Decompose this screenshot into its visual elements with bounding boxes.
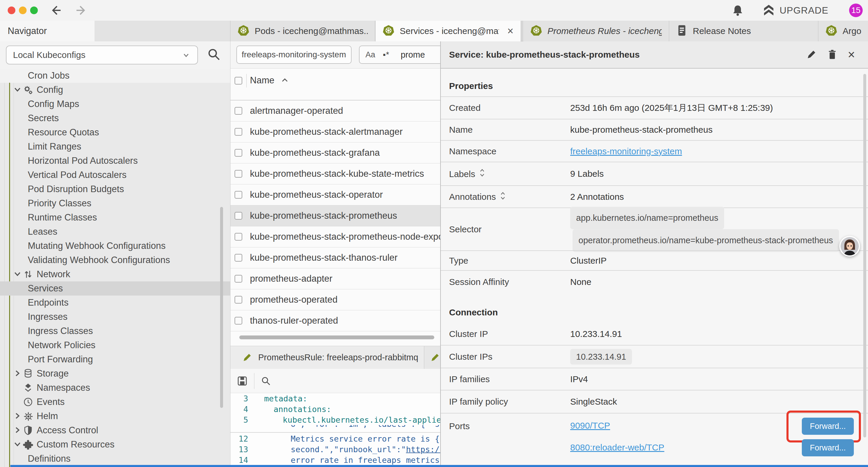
sidebar-item-config[interactable]: Config — [0, 83, 230, 97]
traffic-light-minimize-icon[interactable] — [19, 6, 27, 14]
tab-close-icon[interactable]: × — [507, 26, 514, 36]
table-row-kube-prometheus-stack-grafana[interactable]: kube-prometheus-stack-grafana — [230, 143, 440, 164]
sidebar-item-cron-jobs[interactable]: Cron Jobs — [0, 68, 230, 83]
section-heading-properties: Properties — [441, 69, 868, 96]
select-all-checkbox[interactable] — [235, 77, 242, 85]
chevron-down-icon[interactable] — [13, 85, 22, 96]
sidebar-item-namespaces[interactable]: Namespaces — [0, 381, 230, 395]
table-row-kube-prometheus-stack-alertmanager[interactable]: kube-prometheus-stack-alertmanager — [230, 121, 440, 143]
avatar[interactable] — [839, 236, 860, 257]
sidebar-item-network[interactable]: Network — [0, 267, 230, 282]
sidebar-item-validating-webhook-configurations[interactable]: Validating Webhook Configurations — [0, 253, 230, 267]
editor-tab-next[interactable] — [424, 346, 440, 369]
sidebar-item-ingresses[interactable]: Ingresses — [0, 310, 230, 324]
tab-pods-icecheng-mathmas[interactable]: Pods - icecheng@mathmas... — [230, 21, 375, 41]
sidebar-item-definitions[interactable]: Definitions — [0, 451, 230, 466]
tab-prometheus-rules-icecheng[interactable]: Prometheus Rules - icecheng... — [523, 21, 669, 41]
traffic-light-zoom-icon[interactable] — [30, 6, 38, 14]
chevron-down-icon[interactable] — [13, 440, 22, 451]
table-row-kube-prometheus-stack-kube-state-metrics[interactable]: kube-prometheus-stack-kube-state-metrics — [230, 164, 440, 184]
namespace-filter-dropdown[interactable]: freeleaps-monitoring-system — [236, 46, 351, 64]
sidebar-item-vertical-pod-autoscalers[interactable]: Vertical Pod Autoscalers — [0, 168, 230, 182]
row-checkbox[interactable] — [235, 275, 242, 283]
sidebar-scrollbar[interactable] — [220, 207, 223, 408]
sidebar-item-config-maps[interactable]: Config Maps — [0, 97, 230, 111]
chevron-right-icon[interactable] — [13, 369, 22, 380]
back-arrow-icon[interactable] — [50, 4, 63, 17]
navigator-panel-tab[interactable]: Navigator — [0, 21, 95, 41]
table-row-prometheus-operated[interactable]: prometheus-operated — [230, 289, 440, 310]
regex-toggle[interactable]: ▪* — [383, 50, 390, 59]
sidebar-item-secrets[interactable]: Secrets — [0, 111, 230, 125]
name-column-header[interactable]: Name — [250, 75, 289, 86]
port-link-9090-tcp[interactable]: 9090/TCP — [570, 420, 610, 431]
save-icon[interactable] — [236, 375, 248, 387]
sidebar-item-events[interactable]: Events — [0, 395, 230, 409]
upgrade-chevrons-icon[interactable] — [762, 4, 776, 17]
chevron-right-icon[interactable] — [13, 426, 22, 437]
row-checkbox[interactable] — [235, 233, 242, 241]
kubeconfig-selector[interactable]: Local Kubeconfigs — [6, 46, 198, 64]
sidebar-item-custom-resources[interactable]: Custom Resources — [0, 437, 230, 451]
sidebar-item-access-control[interactable]: Access Control — [0, 423, 230, 437]
tab-services-icecheng-math[interactable]: Services - icecheng@math...× — [375, 21, 521, 41]
table-row-prometheus-adapter[interactable]: prometheus-adapter — [230, 268, 440, 289]
sidebar-item-priority-classes[interactable]: Priority Classes — [0, 196, 230, 210]
sidebar-item-port-forwarding[interactable]: Port Forwarding — [0, 352, 230, 367]
namespace-link[interactable]: freeleaps-monitoring-system — [570, 146, 682, 156]
delete-trash-icon[interactable] — [827, 49, 838, 60]
sidebar-item-limit-ranges[interactable]: Limit Ranges — [0, 140, 230, 154]
kubeconfig-row: Local Kubeconfigs — [0, 41, 230, 68]
pencil-icon — [242, 352, 252, 363]
sidebar-item-horizontal-pod-autoscalers[interactable]: Horizontal Pod Autoscalers — [0, 154, 230, 168]
notifications-bell-icon[interactable] — [731, 4, 744, 17]
table-row-kube-prometheus-stack-thanos-ruler[interactable]: kube-prometheus-stack-thanos-ruler — [230, 247, 440, 268]
sidebar-item-pod-disruption-budgets[interactable]: Pod Disruption Budgets — [0, 182, 230, 196]
sidebar-item-ingress-classes[interactable]: Ingress Classes — [0, 324, 230, 338]
row-checkbox[interactable] — [235, 191, 242, 199]
upgrade-label[interactable]: UPGRADE — [780, 5, 829, 16]
sidebar-item-storage[interactable]: Storage — [0, 367, 230, 381]
sidebar-item-helm[interactable]: Helm — [0, 409, 230, 423]
chevron-down-icon[interactable] — [13, 269, 22, 281]
search-icon[interactable] — [206, 47, 222, 62]
row-checkbox[interactable] — [235, 170, 242, 178]
table-row-kube-prometheus-stack-prometheus[interactable]: kube-prometheus-stack-prometheus — [230, 205, 440, 226]
sidebar-item-runtime-classes[interactable]: Runtime Classes — [0, 210, 230, 225]
horizontal-scrollbar[interactable] — [239, 335, 434, 339]
row-checkbox[interactable] — [235, 317, 242, 324]
notification-count-badge[interactable]: 15 — [849, 4, 863, 17]
sidebar-item-network-policies[interactable]: Network Policies — [0, 338, 230, 352]
row-checkbox[interactable] — [235, 212, 242, 220]
row-checkbox[interactable] — [235, 128, 242, 136]
detail-scrollbar[interactable] — [863, 74, 866, 437]
editor-tab-prometheusrule[interactable]: PrometheusRule: freeleaps-prod-rabbitmq — [230, 346, 424, 369]
table-search-input[interactable]: Aa ▪* prome — [359, 46, 440, 64]
table-row-alertmanager-operated[interactable]: alertmanager-operated — [230, 100, 440, 121]
traffic-light-close-icon[interactable] — [8, 6, 16, 14]
edit-pencil-icon[interactable] — [806, 49, 817, 60]
port-link-8080-reloader-web-tcp[interactable]: 8080:reloader-web/TCP — [570, 442, 664, 453]
tab-argo-se[interactable]: Argo Se — [818, 21, 868, 41]
editor-search-icon[interactable] — [260, 375, 272, 387]
close-icon[interactable]: × — [848, 49, 855, 61]
sidebar-item-mutating-webhook-configurations[interactable]: Mutating Webhook Configurations — [0, 239, 230, 253]
table-row-kube-prometheus-stack-operator[interactable]: kube-prometheus-stack-operator — [230, 184, 440, 205]
row-checkbox[interactable] — [235, 107, 242, 115]
match-case-toggle[interactable]: Aa — [366, 50, 375, 59]
expand-collapse-icon[interactable] — [475, 169, 485, 179]
yaml-editor[interactable]: 3metadata:4annotations:5kubectl.kubernet… — [230, 393, 440, 467]
row-checkbox[interactable] — [235, 296, 242, 303]
sidebar-item-resource-quotas[interactable]: Resource Quotas — [0, 125, 230, 140]
row-checkbox[interactable] — [235, 149, 242, 157]
sidebar-item-services[interactable]: Services — [0, 282, 230, 296]
row-checkbox[interactable] — [235, 254, 242, 262]
chevron-right-icon[interactable] — [13, 411, 22, 423]
table-row-kube-prometheus-stack-prometheus-node-expor[interactable]: kube-prometheus-stack-prometheus-node-ex… — [230, 226, 440, 247]
table-row-thanos-ruler-operated[interactable]: thanos-ruler-operated — [230, 310, 440, 331]
forward-button-2[interactable]: Forward... — [802, 439, 854, 456]
expand-collapse-icon[interactable] — [496, 191, 506, 202]
sidebar-item-endpoints[interactable]: Endpoints — [0, 296, 230, 310]
tab-release-notes[interactable]: Release Notes — [669, 21, 818, 41]
sidebar-item-leases[interactable]: Leases — [0, 225, 230, 239]
